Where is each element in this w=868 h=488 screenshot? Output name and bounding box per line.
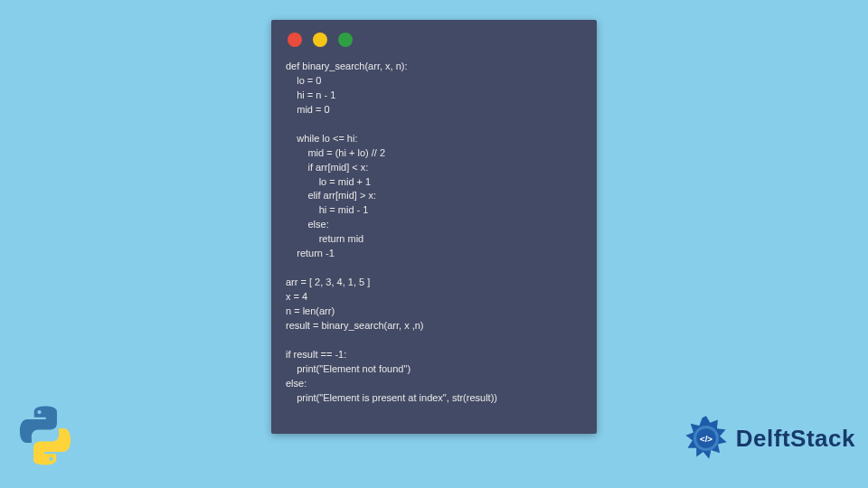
brand-name: DelftStack [736,425,855,453]
delftstack-badge-icon: </> [682,414,731,463]
code-window: def binary_search(arr, x, n): lo = 0 hi … [271,20,597,434]
traffic-lights [286,33,582,47]
maximize-icon [338,33,353,47]
close-icon [288,33,302,47]
delftstack-logo: </> DelftStack [682,414,855,463]
minimize-icon [313,33,327,47]
code-block: def binary_search(arr, x, n): lo = 0 hi … [286,60,582,406]
python-icon [13,403,78,468]
svg-text:</>: </> [700,434,712,444]
